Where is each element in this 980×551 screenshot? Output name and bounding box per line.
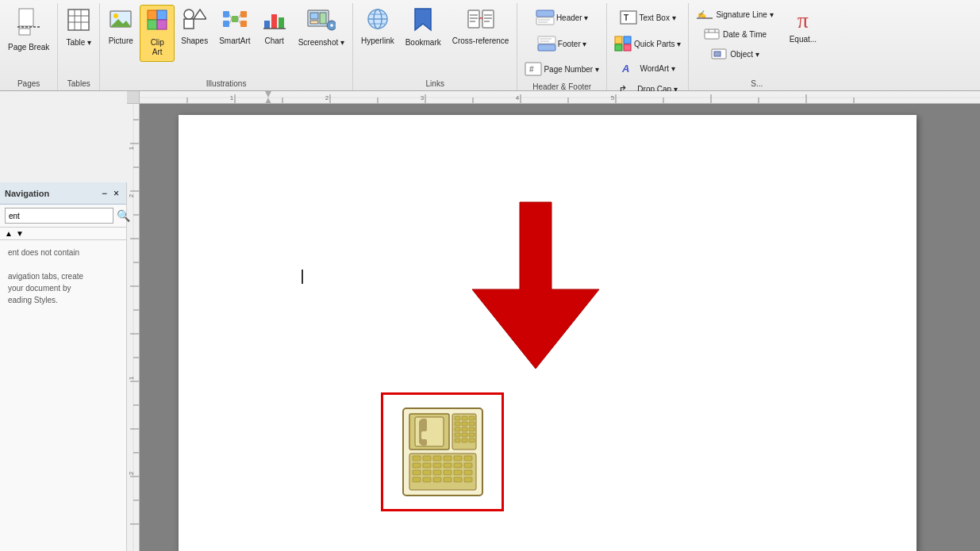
- svg-marker-99: [265, 91, 271, 98]
- svg-rect-57: [538, 44, 555, 51]
- chart-label: Chart: [264, 36, 283, 46]
- sidebar-collapse-button[interactable]: −: [99, 188, 110, 199]
- svg-rect-72: [705, 29, 719, 39]
- sidebar-content: ent does not containavigation tabs, crea…: [0, 240, 126, 312]
- smart-art-button[interactable]: SmartArt: [214, 5, 255, 62]
- svg-rect-20: [232, 16, 238, 22]
- bookmark-label: Bookmark: [405, 38, 441, 48]
- sidebar-nav-up[interactable]: ▲: [5, 229, 13, 238]
- svg-marker-124: [472, 202, 599, 369]
- cross-reference-icon: [467, 8, 494, 33]
- sidebar-message: ent does not containavigation tabs, crea…: [8, 248, 83, 304]
- svg-rect-15: [184, 19, 194, 29]
- footer-button[interactable]: Footer ▾: [521, 31, 602, 56]
- cross-reference-label: Cross-reference: [452, 36, 509, 46]
- svg-rect-29: [279, 17, 284, 29]
- page-number-button[interactable]: # Page Number ▾: [521, 57, 602, 81]
- svg-rect-143: [469, 438, 475, 442]
- document-page[interactable]: [179, 115, 917, 551]
- sidebar-search-button[interactable]: 🔍: [117, 209, 130, 222]
- svg-line-26: [238, 19, 240, 24]
- svg-rect-3: [68, 10, 89, 30]
- table-label: Table ▾: [66, 38, 91, 48]
- ribbon-group-pages-items: Page Break: [3, 5, 54, 78]
- links-group-label: Links: [356, 78, 513, 90]
- ribbon: Page Break Pages Table ▾ Tables: [0, 0, 980, 91]
- svg-rect-149: [454, 456, 462, 461]
- svg-rect-151: [413, 463, 421, 468]
- svg-rect-65: [624, 36, 631, 44]
- phone-clipart: [395, 404, 490, 499]
- sidebar-search-input[interactable]: [5, 208, 113, 224]
- svg-rect-135: [455, 427, 460, 431]
- svg-rect-21: [240, 11, 247, 17]
- svg-text:5: 5: [611, 94, 615, 101]
- clip-art-label: ClipArt: [151, 38, 164, 57]
- svg-line-24: [229, 19, 232, 24]
- date-time-button[interactable]: Date & Time: [692, 25, 777, 44]
- svg-rect-166: [444, 477, 452, 482]
- svg-point-17: [184, 10, 194, 19]
- clip-art-button[interactable]: ClipArt: [140, 5, 175, 62]
- svg-rect-164: [423, 477, 431, 482]
- hyperlink-button[interactable]: Hyperlink: [356, 5, 399, 62]
- chart-icon: [263, 8, 286, 33]
- svg-rect-161: [454, 470, 462, 475]
- object-button[interactable]: Object ▾: [692, 44, 777, 63]
- ribbon-group-illustrations-items: Picture ClipArt: [103, 5, 349, 78]
- svg-rect-44: [468, 10, 479, 28]
- svg-text:2: 2: [325, 94, 329, 101]
- svg-rect-11: [148, 10, 157, 20]
- equation-button[interactable]: π Equat...: [785, 5, 821, 62]
- wordart-button[interactable]: A WordArt ▾: [610, 57, 685, 79]
- sidebar-close-button[interactable]: ×: [111, 188, 121, 199]
- signature-line-button[interactable]: ✍ Signature Line ▾: [692, 5, 777, 24]
- svg-rect-45: [482, 10, 494, 28]
- svg-rect-153: [433, 463, 441, 468]
- svg-rect-142: [462, 438, 467, 442]
- text-box-button[interactable]: T Text Box ▾: [610, 5, 685, 30]
- table-button[interactable]: Table ▾: [61, 5, 96, 62]
- svg-rect-148: [444, 456, 452, 461]
- svg-rect-129: [455, 416, 460, 420]
- sidebar-controls: − ×: [99, 188, 121, 199]
- svg-rect-150: [464, 456, 472, 461]
- sidebar: Navigation − × 🔍 ▲ ▼ ent does not contai…: [0, 182, 127, 551]
- svg-rect-138: [455, 433, 460, 437]
- header-button[interactable]: Header ▾: [521, 5, 602, 30]
- ribbon-group-symbols: ✍ Signature Line ▾ Date & Time Object ▾: [689, 3, 824, 90]
- cross-reference-button[interactable]: Cross-reference: [448, 5, 514, 62]
- svg-rect-77: [714, 52, 721, 56]
- svg-point-9: [113, 13, 118, 18]
- ribbon-group-text: T Text Box ▾ Quick Parts ▾ A WordArt ▾: [607, 3, 689, 90]
- svg-text:3: 3: [421, 94, 425, 101]
- bookmark-button[interactable]: Bookmark: [401, 5, 446, 62]
- quick-parts-button[interactable]: Quick Parts ▾: [610, 31, 685, 56]
- table-icon: [67, 8, 90, 35]
- clip-art-icon: [145, 8, 169, 35]
- screenshot-button[interactable]: Screenshot ▾: [294, 5, 349, 62]
- ruler-vertical: 1 2 1 2: [127, 104, 140, 551]
- svg-rect-33: [320, 13, 326, 24]
- shapes-button[interactable]: Shapes: [176, 5, 213, 62]
- pages-group-label: Pages: [3, 78, 54, 90]
- shapes-label: Shapes: [181, 36, 208, 46]
- svg-text:✍: ✍: [698, 10, 707, 19]
- svg-marker-16: [194, 10, 206, 19]
- chart-button[interactable]: Chart: [257, 5, 292, 62]
- svg-rect-0: [19, 9, 33, 26]
- page-break-button[interactable]: Page Break: [3, 5, 54, 62]
- svg-rect-167: [454, 477, 462, 482]
- content-area: Navigation − × 🔍 ▲ ▼ ent does not contai…: [0, 91, 980, 551]
- svg-rect-28: [271, 14, 277, 29]
- svg-rect-2: [19, 29, 30, 35]
- svg-rect-64: [615, 36, 622, 44]
- svg-text:#: #: [529, 65, 534, 74]
- phone-clipart-container: [381, 392, 504, 511]
- sidebar-nav-down[interactable]: ▼: [16, 229, 24, 238]
- svg-rect-147: [433, 456, 441, 461]
- svg-text:T: T: [624, 13, 628, 22]
- svg-rect-134: [469, 422, 475, 426]
- picture-button[interactable]: Picture: [103, 5, 138, 62]
- svg-rect-136: [462, 427, 467, 431]
